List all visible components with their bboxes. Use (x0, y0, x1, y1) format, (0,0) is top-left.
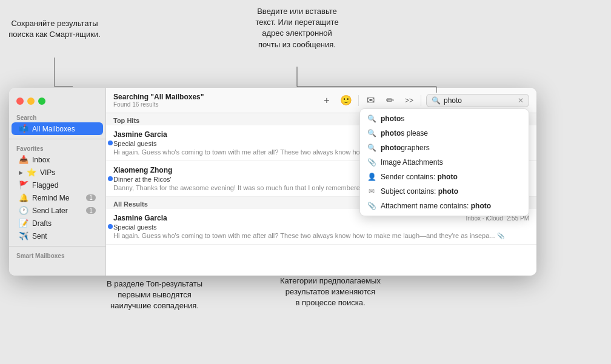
sent-label: Sent (32, 232, 47, 240)
sidebar-item-drafts[interactable]: 📝 Drafts (12, 217, 103, 230)
sender-1: Jasmine Garcia (113, 130, 167, 139)
sidebar: Search 📫 All Mailboxes Favorites 📥 Inbox… (9, 88, 106, 276)
drafts-icon: 📝 (19, 219, 28, 228)
search-value: photo (444, 96, 515, 105)
dropdown-item-photos[interactable]: 🔍 photos (360, 111, 529, 126)
search-dropdown: 🔍 photos 🔍 photos please 🔍 photographers… (359, 108, 529, 216)
remind-label: Remind Me (32, 194, 69, 202)
sidebar-divider-2 (9, 246, 105, 247)
remind-badge: 1 (86, 194, 96, 201)
sidebar-divider-1 (9, 139, 105, 139)
minimize-button[interactable] (27, 98, 35, 105)
sidebar-item-send-later[interactable]: 🕐 Send Later 1 (12, 204, 103, 217)
mail-button[interactable]: ✉ (364, 93, 378, 108)
sender-2: Xiaomeng Zhong (113, 166, 172, 174)
dropdown-text-7: Attachment name contains: photo (381, 202, 521, 210)
sidebar-item-all-mailboxes[interactable]: 📫 All Mailboxes (12, 122, 103, 135)
more-button[interactable]: >> (402, 95, 416, 106)
drafts-label: Drafts (32, 219, 52, 228)
dropdown-item-image-attachments[interactable]: 📎 Image Attachments (360, 155, 529, 170)
sent-icon: ✈️ (19, 231, 28, 240)
search-icon-1: 🔍 (367, 114, 376, 123)
mailbox-icon: 📫 (19, 124, 28, 133)
dropdown-item-sender[interactable]: 👤 Sender contains: photo (360, 170, 529, 184)
annotation-bottom-right: Категории предполагаемых результатов изм… (261, 276, 400, 309)
inbox-label: Inbox (32, 156, 50, 164)
sidebar-item-inbox[interactable]: 📥 Inbox (12, 153, 103, 166)
all-mailboxes-label: All Mailboxes (32, 125, 75, 133)
favorites-label: Favorites (9, 143, 105, 153)
remind-icon: 🔔 (19, 193, 28, 202)
search-bar-container: 🔍 photo ✕ 🔍 photos 🔍 photos please (426, 94, 529, 107)
maximize-button[interactable] (38, 98, 45, 105)
dropdown-item-photos-please[interactable]: 🔍 photos please (360, 126, 529, 141)
toolbar-title: Searching "All Mailboxes" (113, 93, 315, 101)
toolbar-title-area: Searching "All Mailboxes" Found 16 resul… (113, 93, 315, 108)
toolbar-separator-1 (358, 95, 359, 106)
toolbar-subtitle: Found 16 results (113, 101, 315, 108)
send-later-icon: 🕐 (19, 206, 28, 215)
dropdown-item-attachment-name[interactable]: 📎 Attachment name contains: photo (360, 199, 529, 213)
annotation-top: Введите или вставьте текст. Или перетащи… (236, 6, 358, 50)
inbox-icon: 📥 (19, 155, 28, 164)
search-icon-3: 🔍 (367, 144, 376, 152)
compose-button[interactable]: ✏ (383, 93, 398, 108)
mail-window: Search 📫 All Mailboxes Favorites 📥 Inbox… (9, 88, 536, 276)
attachment-icon-1: 📎 (367, 158, 376, 167)
sidebar-item-vips[interactable]: ▶ ⭐ VIPs (12, 166, 103, 179)
close-button[interactable] (16, 98, 24, 105)
unread-dot-1 (108, 141, 113, 145)
dropdown-text-4: Image Attachments (381, 158, 521, 167)
dropdown-item-subject[interactable]: ✉ Subject contains: photo (360, 184, 529, 199)
send-later-badge: 1 (86, 207, 96, 214)
dropdown-text-2: photos please (381, 129, 521, 137)
sender-3: Jasmine Garcia (113, 214, 167, 222)
annotation-left: Сохраняйте результаты поиска как Смарт-я… (6, 18, 103, 40)
add-button[interactable]: + (319, 93, 334, 108)
dropdown-text-1: photos (381, 114, 521, 123)
toolbar: Searching "All Mailboxes" Found 16 resul… (106, 88, 536, 113)
subject-3: Special guests (113, 223, 529, 231)
smart-mailboxes-label: Smart Mailboxes (9, 250, 105, 260)
dropdown-text-3: photographers (381, 144, 521, 152)
preview-3: Hi again. Guess who's coming to town wit… (113, 232, 529, 239)
chevron-icon: ▶ (19, 170, 23, 176)
flagged-icon: 🚩 (19, 180, 28, 190)
search-icon-2: 🔍 (367, 129, 376, 137)
toolbar-separator-2 (421, 95, 421, 106)
attachment-icon-2: 📎 (367, 202, 376, 210)
dropdown-item-photographers[interactable]: 🔍 photographers (360, 141, 529, 155)
attachment-icon-msg3: 📎 (497, 233, 504, 239)
vips-icon: ⭐ (27, 168, 36, 177)
main-content: Searching "All Mailboxes" Found 16 resul… (106, 88, 536, 276)
person-icon: 👤 (367, 173, 376, 181)
flagged-label: Flagged (32, 181, 58, 190)
traffic-lights (9, 93, 105, 112)
search-section-label: Search (9, 112, 105, 122)
search-clear-button[interactable]: ✕ (518, 96, 524, 105)
unread-dot-2 (108, 176, 113, 181)
vips-label: VIPs (40, 168, 55, 177)
annotation-bottom-left: В разделе Топ-результаты первыми выводят… (94, 279, 215, 312)
unread-dot-3 (108, 224, 113, 229)
send-later-label: Send Later (32, 207, 68, 215)
sidebar-item-sent[interactable]: ✈️ Sent (12, 230, 103, 242)
dropdown-text-6: Subject contains: photo (381, 187, 521, 196)
dropdown-text-5: Sender contains: photo (381, 173, 521, 181)
sidebar-item-remind-me[interactable]: 🔔 Remind Me 1 (12, 191, 103, 204)
search-bar[interactable]: 🔍 photo ✕ (426, 94, 529, 107)
sidebar-item-flagged[interactable]: 🚩 Flagged (12, 179, 103, 191)
envelope-icon: ✉ (367, 187, 376, 196)
emoji-button[interactable]: 🙂 (339, 93, 353, 108)
search-icon: 🔍 (432, 96, 441, 105)
